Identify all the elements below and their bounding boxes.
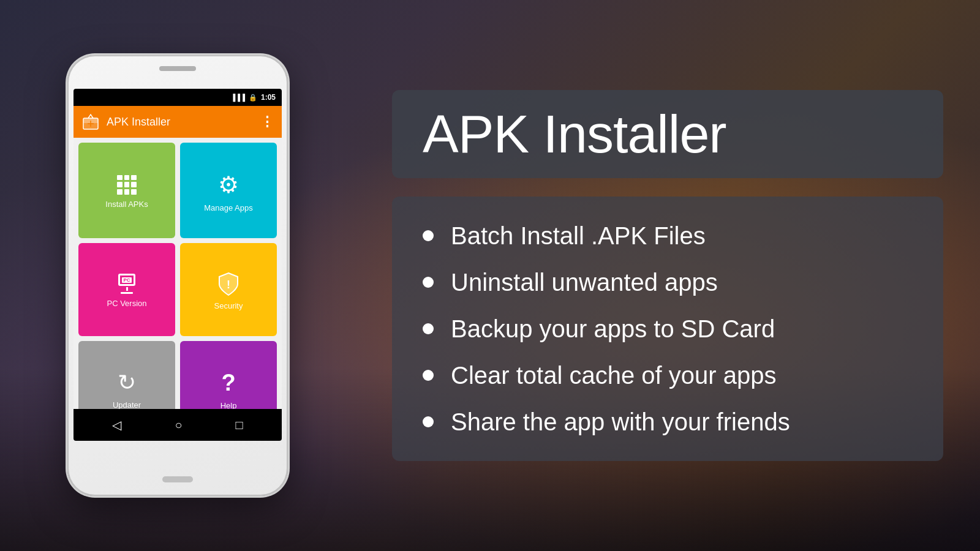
install-apks-tile[interactable]: Install APKs [78, 143, 175, 238]
app-logo-icon [81, 112, 100, 132]
feature-item-5: Share the app with your friends [423, 407, 913, 437]
feature-item-4: Clear total cache of your apps [423, 361, 913, 390]
bullet-5 [423, 416, 434, 427]
security-label: Security [214, 301, 243, 310]
phone-speaker [159, 66, 196, 71]
manage-apps-tile[interactable]: ⚙ Manage Apps [180, 143, 277, 238]
left-panel: ▐▐▐ 🔒 1:05 APK Installer ⋮ [0, 0, 355, 551]
status-bar: ▐▐▐ 🔒 1:05 [74, 89, 282, 106]
shield-icon: ! [218, 272, 239, 296]
feature-item-3: Backup your apps to SD Card [423, 314, 913, 343]
home-button[interactable]: ○ [175, 418, 182, 432]
pc-version-tile[interactable]: PC PC Version [78, 243, 175, 336]
feature-text-5: Share the app with your friends [451, 407, 790, 437]
grid-icon [117, 175, 137, 195]
svg-text:!: ! [227, 279, 230, 291]
status-time: 1:05 [261, 93, 276, 102]
gear-icon: ⚙ [218, 171, 239, 198]
refresh-icon: ↻ [118, 370, 136, 395]
phone-screen: ▐▐▐ 🔒 1:05 APK Installer ⋮ [74, 89, 282, 441]
lock-icon: 🔒 [249, 94, 257, 102]
feature-text-4: Clear total cache of your apps [451, 361, 776, 390]
feature-item-2: Uninstall unwanted apps [423, 268, 913, 297]
bullet-2 [423, 277, 434, 288]
pc-icon: PC [118, 274, 135, 294]
phone-home-bar [162, 476, 193, 482]
app-toolbar: APK Installer ⋮ [74, 106, 282, 138]
feature-text-3: Backup your apps to SD Card [451, 314, 775, 343]
feature-text-1: Batch Install .APK Files [451, 221, 706, 250]
install-apks-label: Install APKs [105, 200, 148, 209]
features-card: Batch Install .APK Files Uninstall unwan… [392, 197, 943, 461]
bullet-1 [423, 230, 434, 241]
toolbar-menu-icon[interactable]: ⋮ [260, 114, 274, 130]
app-title-card: APK Installer [392, 90, 943, 178]
security-tile[interactable]: ! Security [180, 243, 277, 336]
navigation-bar: ◁ ○ □ [74, 409, 282, 441]
signal-icon: ▐▐▐ [231, 94, 245, 101]
manage-apps-label: Manage Apps [204, 203, 253, 212]
feature-item-1: Batch Install .APK Files [423, 221, 913, 250]
bullet-3 [423, 323, 434, 334]
app-grid: Install APKs ⚙ Manage Apps PC [74, 138, 282, 441]
app-title: APK Installer [423, 103, 726, 164]
feature-text-2: Uninstall unwanted apps [451, 268, 718, 297]
bullet-4 [423, 370, 434, 381]
toolbar-app-name: APK Installer [107, 116, 260, 129]
recent-button[interactable]: □ [235, 418, 243, 432]
back-button[interactable]: ◁ [112, 418, 121, 432]
updater-label: Updater [113, 400, 141, 410]
right-panel: APK Installer Batch Install .APK Files U… [355, 0, 980, 551]
phone-mockup: ▐▐▐ 🔒 1:05 APK Installer ⋮ [67, 55, 288, 496]
pc-version-label: PC Version [107, 299, 146, 308]
help-icon: ? [221, 370, 235, 396]
